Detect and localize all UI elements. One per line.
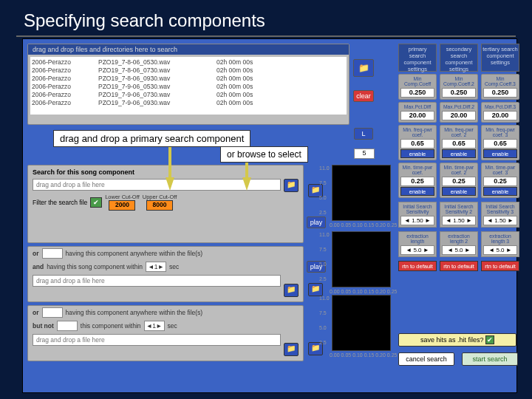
file-row[interactable]: 2006-PerazzoPZO19_7-8-06_0930.wav02h 00m… xyxy=(32,75,345,83)
setting-value[interactable]: 0.65 xyxy=(442,139,476,149)
setting-box: extraction length 3◄ 5.0 ► xyxy=(481,231,519,257)
setting-box: Min. freq-pwr coef.0.65enable xyxy=(398,125,437,160)
or-label-3: or xyxy=(33,309,39,316)
lower-cutoff-label: Lower Cut-Off xyxy=(105,194,140,200)
file-list[interactable]: 2006-PerazzoPZO19_7-8-06_0530.wav02h 00m… xyxy=(30,57,347,115)
setting-value[interactable]: ◄ 5.0 ► xyxy=(483,245,517,255)
secondary-drop-field[interactable]: drag and drop a file here xyxy=(33,275,281,287)
enable-button[interactable]: enable xyxy=(442,149,476,158)
upper-cutoff-label: Upper Cut-Off xyxy=(143,194,177,200)
setting-value[interactable]: 20.00 xyxy=(483,111,517,120)
setting-box: Min Comp.Coeff.20.250 xyxy=(440,74,478,100)
setting-box: Min. time-pwr coef. 30.25enable xyxy=(481,163,519,198)
setting-value[interactable]: 0.25 xyxy=(483,177,517,186)
setting-value[interactable]: 0.65 xyxy=(400,139,434,149)
upper-cutoff-field[interactable]: 8000 xyxy=(146,200,173,211)
and-text: having this song component within xyxy=(47,263,143,270)
five-field[interactable]: 5 xyxy=(354,149,375,159)
setting-value[interactable]: ◄ 1.50 ► xyxy=(400,216,434,225)
secondary-settings-col: secondary search component settingsMin C… xyxy=(440,44,478,271)
sec-label-3: sec xyxy=(168,322,177,330)
play-button-1[interactable]: play xyxy=(307,216,326,228)
secondary-browse-icon[interactable] xyxy=(284,284,299,297)
setting-value[interactable]: 0.250 xyxy=(400,88,434,98)
settings-header: tertiary search component settings xyxy=(481,44,519,72)
rtn-default-button[interactable]: rtn to default xyxy=(440,261,478,271)
file-row[interactable]: 2006-PerazzoPZO19_7-9-06_0530.wav02h 00m… xyxy=(32,83,345,91)
setting-box: Max.Pct.Diff.320.00 xyxy=(481,102,519,123)
L-button[interactable]: L xyxy=(354,128,373,140)
setting-box: extraction length◄ 5.0 ► xyxy=(398,231,437,257)
setting-box: Min. time-pwr coef.0.25enable xyxy=(398,163,437,198)
arrow-2-head xyxy=(242,177,251,191)
start-search-button[interactable]: start search xyxy=(462,352,518,366)
file-drop-panel[interactable]: drag and drop files and directories here… xyxy=(27,44,349,125)
and-label: and xyxy=(33,263,44,270)
primary-browse-icon[interactable] xyxy=(284,179,299,192)
or-label-2: or xyxy=(33,250,39,257)
arrow-1-head xyxy=(166,177,174,191)
callout-main: drag and drop a primary search component xyxy=(53,130,250,147)
butnot-label: but not xyxy=(33,322,54,330)
setting-value[interactable]: 20.00 xyxy=(400,111,434,120)
enable-button[interactable]: enable xyxy=(400,149,434,158)
rtn-default-button[interactable]: rtn to default xyxy=(398,261,437,271)
spectrogram-2: 11.07.55.02.50.00 0.05 0.10 0.15 0.20 0.… xyxy=(332,231,391,287)
enable-button[interactable]: enable xyxy=(442,187,476,196)
primary-search-panel: Search for this song component drag and … xyxy=(27,165,304,243)
settings-header: secondary search component settings xyxy=(440,44,478,72)
file-row[interactable]: 2006-PerazzoPZO19_7-9-06_0730.wav02h 00m… xyxy=(32,91,345,99)
setting-box: Min. freq-pwr coef. 30.65enable xyxy=(481,125,519,160)
file-row[interactable]: 2006-PerazzoPZO19_7-8-06_0530.wav02h 00m… xyxy=(32,58,345,66)
filter-checkbox[interactable]: ✔ xyxy=(90,197,102,208)
callout-sub: or browse to select xyxy=(220,146,308,163)
tertiary-drop-field[interactable]: drag and drop a file here xyxy=(33,334,281,346)
slide-title: Specifying search components xyxy=(0,0,532,34)
setting-box: Min. freq-pwr coef. 20.65enable xyxy=(440,125,478,160)
cancel-search-button[interactable]: cancel search xyxy=(398,352,454,366)
setting-box: Initial Search Sensitivity◄ 1.50 ► xyxy=(398,202,437,228)
or-text-2: having this component anywhere within th… xyxy=(66,250,203,257)
browse-button[interactable] xyxy=(353,59,374,77)
file-row[interactable]: 2006-PerazzoPZO19_7-9-06_0930.wav02h 00m… xyxy=(32,99,345,107)
or-toggle-2[interactable] xyxy=(42,248,63,259)
rtn-default-button[interactable]: rtn to default xyxy=(481,261,519,271)
setting-box: Initial Search Sensitivity 3◄ 1.50 ► xyxy=(481,202,519,228)
setting-value[interactable]: ◄ 1.50 ► xyxy=(442,216,476,225)
setting-value[interactable]: 0.25 xyxy=(442,177,476,186)
primary-settings-col: primary search component settingsMin Com… xyxy=(398,44,437,271)
butnot-spin[interactable]: ◄1► xyxy=(144,321,165,331)
enable-button[interactable]: enable xyxy=(400,187,434,196)
save-hits-button[interactable]: save hits as .hit files? ✔ xyxy=(398,333,516,347)
setting-value[interactable]: 0.250 xyxy=(442,88,476,98)
setting-box: Min Comp.Coeff0.250 xyxy=(398,74,437,100)
lower-cutoff-field[interactable]: 2000 xyxy=(109,200,135,211)
butnot-text: this component within xyxy=(81,322,141,330)
setting-value[interactable]: 20.00 xyxy=(442,111,476,120)
setting-value[interactable]: 0.65 xyxy=(483,139,517,149)
setting-value[interactable]: ◄ 1.50 ► xyxy=(483,216,517,225)
sec-label-2: sec xyxy=(169,263,179,270)
setting-value[interactable]: ◄ 5.0 ► xyxy=(442,245,476,255)
file-row[interactable]: 2006-PerazzoPZO19_7-8-06_0730.wav02h 00m… xyxy=(32,66,345,75)
app-window: drag and drop files and directories here… xyxy=(22,38,517,393)
and-spin[interactable]: ◄1► xyxy=(146,262,166,272)
or-toggle-3[interactable] xyxy=(42,307,63,318)
enable-button[interactable]: enable xyxy=(483,187,517,196)
arrow-1-stem xyxy=(168,146,171,179)
tertiary-search-panel: orhaving this component anywhere within … xyxy=(27,305,304,361)
setting-value[interactable]: ◄ 5.0 ► xyxy=(400,245,434,255)
setting-value[interactable]: 0.250 xyxy=(483,88,517,98)
setting-value[interactable]: 0.25 xyxy=(400,177,434,186)
setting-box: Max.Pct.Diff20.00 xyxy=(398,102,437,123)
enable-button[interactable]: enable xyxy=(483,149,517,158)
tertiary-browse-icon[interactable] xyxy=(284,343,299,356)
or-text-3: having this component anywhere within th… xyxy=(66,309,203,316)
tertiary-settings-col: tertiary search component settingsMin Co… xyxy=(481,44,519,271)
clear-button[interactable]: clear xyxy=(353,90,374,102)
filter-label: Filter the search file xyxy=(33,199,87,206)
spectrogram-1: 11.07.55.02.50.00 0.05 0.10 0.15 0.20 0.… xyxy=(332,165,391,221)
spectrogram-3: 11.07.55.02.50.00 0.05 0.10 0.15 0.20 0.… xyxy=(332,295,391,351)
secondary-browse2-icon[interactable] xyxy=(308,283,323,296)
butnot-toggle[interactable] xyxy=(57,321,78,331)
